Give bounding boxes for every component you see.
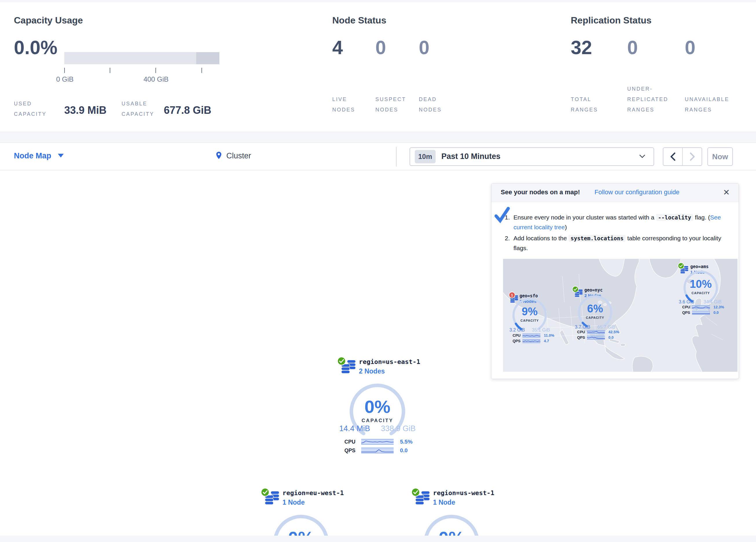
cpu-value: 11.0% — [544, 333, 554, 338]
time-forward-button[interactable] — [683, 148, 702, 165]
replication-status-title: Replication Status — [571, 15, 652, 26]
cluster-locality-label: geo=ams — [690, 264, 709, 269]
capacity-tick — [110, 68, 110, 73]
chevron-left-icon — [670, 152, 676, 161]
cpu-value: 5.5% — [400, 439, 412, 445]
sparkline — [587, 336, 605, 340]
cluster-locality-label: region=us-west-1 — [433, 489, 494, 497]
cluster-locality-label: geo=nyc — [584, 288, 603, 293]
cpu-label: CPU — [344, 439, 361, 445]
suspect-nodes-label: SUSPECT NODES — [375, 94, 406, 115]
stats-panel: Capacity Usage 0.0% 0 GiB 400 GiB USED C… — [0, 2, 756, 132]
unavailable-count: 0 — [685, 36, 696, 58]
qps-label: QPS — [344, 448, 361, 454]
healthy-check-icon — [337, 357, 346, 366]
sparkline — [692, 305, 710, 309]
time-range-label: Past 10 Minutes — [441, 152, 500, 161]
sparkline-graphic — [692, 306, 710, 309]
svg-text:1: 1 — [511, 293, 513, 297]
sparkline — [522, 334, 540, 338]
cluster-nodes-link[interactable]: 1 Node — [433, 499, 455, 506]
qps-row: QPS0.0 — [344, 447, 408, 454]
step-text-segment: Add locations to the — [513, 235, 568, 241]
cluster-nodes-link[interactable]: 1 Node — [282, 499, 305, 506]
healthy-check-icon — [678, 262, 685, 269]
toolbar: Node Map Cluster 10m Past 10 Minutes — [0, 142, 756, 170]
cpu-row: CPU42.5% — [577, 330, 619, 334]
check-icon — [337, 357, 346, 366]
toolbar-divider — [396, 147, 397, 166]
capacity-values-row: 14.4 MiB338.9 GiB — [339, 424, 416, 433]
check-icon — [572, 286, 579, 293]
cluster-eu-west-1[interactable]: region=eu-west-11 Node0%CAPACITY9.9 MiB1… — [260, 486, 342, 542]
configuration-guide-link[interactable]: Follow our configuration guide — [594, 188, 680, 196]
check-icon — [260, 488, 270, 497]
big-checkmark-icon — [494, 207, 511, 223]
capacity-total-value: 65.7 GiB — [597, 325, 615, 330]
live-nodes-count: 4 — [332, 36, 343, 58]
setup-step-2: 2.Add locations to the system.locations … — [505, 233, 728, 253]
warning-count-badge: 1 — [509, 292, 515, 299]
sparkline-graphic — [587, 336, 605, 339]
cluster-geo-sfo[interactable]: 1geo=sfo2 Nodes9%CAPACITY3.2 GiB35.1 GiB… — [509, 291, 555, 347]
cluster-us-east-1[interactable]: region=us-east-12 Nodes0%CAPACITY14.4 Mi… — [337, 355, 418, 453]
qps-row: QPS0.0 — [682, 311, 719, 315]
qps-value: 4.7 — [544, 339, 549, 343]
step-text-segment: ) — [565, 224, 567, 230]
chevron-down-icon — [639, 154, 645, 158]
time-range-dropdown[interactable]: 10m Past 10 Minutes — [410, 147, 654, 166]
view-selector-node-map[interactable]: Node Map — [14, 151, 51, 160]
live-nodes-label: LIVE NODES — [332, 94, 355, 115]
time-range-badge: 10m — [415, 150, 436, 163]
capacity-used-value: 3.6 GiB — [679, 300, 694, 305]
capacity-tick — [64, 68, 65, 73]
step-text: Add locations to the system.locations ta… — [513, 233, 728, 253]
sparkline-graphic — [587, 331, 605, 334]
step-number: 2. — [505, 233, 513, 253]
capacity-tick-label-0: 0 GiB — [56, 75, 74, 83]
capacity-total-value: 34.4 GiB — [704, 300, 722, 305]
step-text-segment: flag. ( — [693, 214, 710, 220]
gauge-percent: 9% — [512, 306, 548, 318]
sparkline-graphic — [692, 311, 710, 314]
qps-row: QPS4.7 — [513, 339, 549, 343]
qps-label: QPS — [682, 311, 692, 315]
qps-row: QPS0.0 — [577, 335, 614, 340]
sparkline-graphic — [522, 340, 540, 343]
close-icon[interactable]: ✕ — [723, 187, 730, 197]
breadcrumb: Cluster — [226, 151, 251, 160]
cpu-value: 42.5% — [608, 330, 619, 334]
inline-code: system.locations — [568, 235, 625, 242]
sparkline-graphic — [361, 440, 394, 444]
map-pin-icon — [214, 150, 223, 162]
gauge-capacity-word: CAPACITY — [577, 316, 613, 319]
check-icon — [411, 488, 420, 497]
step-text-segment: Ensure every node in your cluster was st… — [513, 214, 656, 220]
total-ranges-count: 32 — [571, 36, 592, 58]
cpu-label: CPU — [682, 305, 692, 309]
cluster-geo-ams[interactable]: geo=ams1 Node10%CAPACITY3.6 GiB34.4 GiBC… — [677, 261, 723, 318]
usable-capacity-value: 677.8 GiB — [164, 104, 211, 116]
cluster-nodes-link[interactable]: 2 Nodes — [359, 368, 385, 375]
capacity-bar — [64, 52, 219, 64]
under-replicated-count: 0 — [627, 36, 638, 58]
alert-icon: 1 — [509, 292, 515, 299]
capacity-used-value: 14.4 MiB — [339, 424, 370, 433]
node-status-title: Node Status — [332, 15, 386, 26]
cluster-geo-nyc[interactable]: geo=nyc2 Nodes6%CAPACITY3.7 GiB65.7 GiBC… — [572, 284, 618, 341]
healthy-check-icon — [260, 488, 270, 497]
capacity-percent: 0.0% — [14, 36, 57, 58]
chevron-down-icon[interactable] — [58, 154, 64, 157]
used-capacity-value: 33.9 MiB — [64, 104, 107, 116]
inline-code: --locality — [656, 214, 693, 221]
time-back-button[interactable] — [663, 148, 683, 165]
healthy-check-icon — [411, 488, 420, 497]
time-nav-group — [663, 147, 702, 166]
footer-strip — [0, 536, 756, 542]
total-ranges-label: TOTAL RANGES — [571, 94, 598, 115]
gauge-percent: 6% — [577, 303, 613, 315]
nodes-on-map-popup: See your nodes on a map! Follow our conf… — [491, 183, 739, 379]
sparkline — [692, 311, 710, 315]
cluster-us-west-1[interactable]: region=us-west-11 Node0%CAPACITY9.6 MiB1… — [411, 486, 492, 542]
now-button[interactable]: Now — [707, 147, 733, 166]
